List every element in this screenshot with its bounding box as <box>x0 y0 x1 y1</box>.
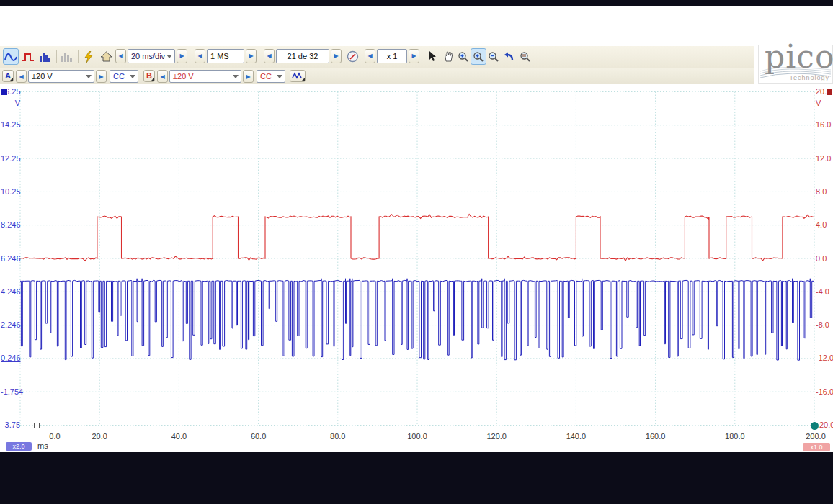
channel-a-button[interactable]: A <box>2 70 14 82</box>
channel-b-coupling-select[interactable]: CC <box>257 70 285 83</box>
buffer-prev-button[interactable]: ◀ <box>264 49 275 63</box>
square-wave-icon <box>22 52 35 62</box>
persistence-view-button[interactable] <box>20 48 36 65</box>
scope-plot-area[interactable] <box>0 85 833 452</box>
scope-view-button[interactable] <box>3 48 19 65</box>
zoom-factor-value: x 1 <box>387 52 398 60</box>
time-unit-label: ms <box>37 441 48 450</box>
x-axis-label: 60.0 <box>243 432 275 441</box>
y-axis-label-left: 14.25 <box>1 120 20 130</box>
x-axis-label: 140.0 <box>560 432 592 441</box>
undo-zoom-icon <box>503 52 514 62</box>
top-border-band <box>0 0 833 6</box>
channel-b-range-prev[interactable]: ◀ <box>157 70 168 83</box>
y-axis-label-right: 16.0 <box>816 120 833 130</box>
chevron-down-icon <box>277 75 282 78</box>
samples-next-button[interactable]: ▶ <box>246 49 257 63</box>
main-toolbar: ◀ 20 ms/div ▶ ◀ 1 MS ▶ ◀ 21 de 32 ▶ ◀ x … <box>0 46 754 68</box>
hand-icon <box>443 51 454 62</box>
y-axis-label-right: -16.0 <box>816 387 833 397</box>
zoom-prev-button[interactable]: ◀ <box>365 49 375 63</box>
toolbar-separator <box>56 50 57 63</box>
zoom-in-icon <box>458 51 469 63</box>
home-button[interactable] <box>98 48 114 65</box>
buffer-position-input[interactable]: 21 de 32 <box>276 49 329 63</box>
y-axis-label-right: -4.0 <box>816 287 833 297</box>
y-axis-label-left: 2.246 <box>1 320 20 330</box>
signal-generator-button[interactable] <box>290 70 306 82</box>
buffer-next-button[interactable]: ▶ <box>331 49 342 63</box>
zoom-next-button[interactable]: ▶ <box>409 49 419 63</box>
spectrum-view-button[interactable] <box>37 48 53 65</box>
zoom-full-icon <box>520 51 531 63</box>
y-axis-label-right: -8.0 <box>816 320 833 330</box>
channel-b-scale-badge: x2.0 <box>6 442 32 451</box>
logo-subtext: Technology <box>789 74 829 81</box>
y-axis-label-left: 8.246 <box>1 220 20 230</box>
corner-expand-icon <box>151 78 154 81</box>
channel-a-ground-dot[interactable] <box>811 422 819 430</box>
channel-b-coupling-value: CC <box>260 72 272 81</box>
x-axis-label: 180.0 <box>719 432 751 441</box>
zoom-out-icon <box>488 51 499 63</box>
pan-tool-button[interactable] <box>440 48 456 65</box>
spectrum-bars-icon <box>39 52 52 62</box>
zoom-out-tool-button[interactable] <box>486 48 502 65</box>
timebase-prev-button[interactable]: ◀ <box>115 49 126 63</box>
zoom-window-icon <box>473 51 484 63</box>
pico-technology-logo: pico Technology <box>758 45 833 84</box>
corner-expand-icon <box>9 78 13 81</box>
channel-b-axis-marker[interactable] <box>1 89 7 95</box>
logo-text: pico <box>765 38 833 75</box>
channel-a-range-value: ±20 V <box>32 72 53 81</box>
channel-b-ground-marker[interactable] <box>34 423 40 428</box>
y-axis-label-right: 12.0 <box>816 154 833 163</box>
y-axis-label-right: 8.0 <box>816 187 833 197</box>
pointer-icon <box>429 51 437 62</box>
zoom-undo-tool-button[interactable] <box>501 48 517 65</box>
y-axis-label-left: -3.75 <box>1 420 20 430</box>
y-axis-unit-right: V <box>816 99 833 108</box>
auto-setup-button[interactable] <box>81 48 97 65</box>
y-axis-label-left: -1.754 <box>1 387 20 397</box>
y-axis-label-right: 20.0 <box>819 420 833 430</box>
y-axis-label-left: 0.246 <box>1 354 20 363</box>
channel-b-range-next[interactable]: ▶ <box>243 70 254 83</box>
persistence-disabled-button[interactable] <box>59 48 75 65</box>
buffer-position-value: 21 de 32 <box>288 52 318 60</box>
channel-a-coupling-select[interactable]: CC <box>110 70 138 83</box>
timebase-next-button[interactable]: ▶ <box>177 49 187 63</box>
chevron-down-icon <box>166 55 172 58</box>
channels-toolbar: A ◀ ±20 V ▶ CC B ◀ ±20 V ▶ CC <box>0 68 754 84</box>
zoom-factor-input[interactable]: x 1 <box>377 49 407 63</box>
x-axis-label: 120.0 <box>481 432 512 441</box>
y-axis-unit-left: V <box>1 99 20 108</box>
zoom-full-tool-button[interactable] <box>517 48 533 65</box>
timebase-value: 20 ms/div <box>131 52 165 60</box>
channel-a-scale-badge: x1.0 <box>803 443 830 451</box>
y-axis-label-right: 0.0 <box>816 254 833 264</box>
y-axis-label-left: 10.25 <box>1 187 20 197</box>
zoom-in-tool-button[interactable] <box>455 48 471 65</box>
channel-a-range-select[interactable]: ±20 V <box>28 70 94 83</box>
bottom-border-band <box>0 452 833 504</box>
channel-a-range-next[interactable]: ▶ <box>96 70 107 83</box>
timebase-select[interactable]: 20 ms/div <box>128 49 175 63</box>
channel-b-button[interactable]: B <box>143 70 155 82</box>
buffer-overview-icon <box>347 50 359 63</box>
pointer-tool-button[interactable] <box>425 48 441 65</box>
y-axis-label-right: 4.0 <box>816 220 833 230</box>
samples-input[interactable]: 1 MS <box>207 49 244 63</box>
channel-b-range-select[interactable]: ±20 V <box>169 70 241 83</box>
zoom-window-tool-button[interactable] <box>471 48 486 65</box>
y-axis-label-right: -12.0 <box>816 354 833 363</box>
buffer-overview-button[interactable] <box>344 48 360 65</box>
y-axis-label-left: 12.25 <box>1 154 20 163</box>
y-axis-label-left: 6.246 <box>1 254 20 264</box>
y-axis-label-left: 4.246 <box>1 287 20 297</box>
sine-wave-icon <box>4 52 17 62</box>
samples-prev-button[interactable]: ◀ <box>195 49 205 63</box>
channel-a-range-prev[interactable]: ◀ <box>16 70 27 83</box>
channel-a-axis-marker[interactable] <box>827 89 832 95</box>
waveform-chart <box>0 85 833 452</box>
